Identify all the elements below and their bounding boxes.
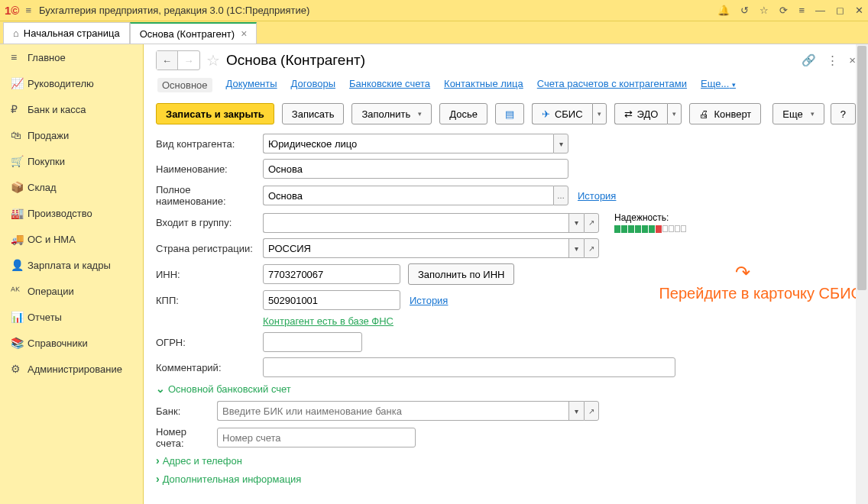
scroll-thumb[interactable]: [857, 46, 866, 290]
help-button[interactable]: ?: [831, 103, 856, 124]
kpp-label: КПП:: [156, 295, 263, 306]
maximize-icon[interactable]: ◻: [836, 5, 844, 16]
truck-icon: 🚚: [11, 233, 28, 245]
sidebar-item-sales[interactable]: 🛍Продажи: [0, 122, 143, 148]
ogrn-input[interactable]: [263, 332, 362, 352]
inn-input[interactable]: [263, 264, 400, 284]
sbis-dropdown[interactable]: ▾: [592, 103, 607, 124]
sidebar-item-operations[interactable]: ᴬᴷОперации: [0, 278, 143, 304]
bank-open[interactable]: ↗: [584, 401, 599, 421]
country-dropdown[interactable]: ▾: [568, 238, 584, 258]
fullname-input[interactable]: [263, 186, 553, 205]
accnum-input[interactable]: [217, 428, 416, 447]
edo-dropdown[interactable]: ▾: [667, 103, 682, 124]
favorite-star-icon[interactable]: ☆: [206, 51, 220, 69]
sidebar-item-manager[interactable]: 📈Руководителю: [0, 70, 143, 96]
country-label: Страна регистрации:: [156, 243, 263, 254]
refresh-icon[interactable]: ⟳: [779, 5, 788, 16]
sidebar-item-stock[interactable]: 📦Склад: [0, 174, 143, 200]
sidebar-item-directories[interactable]: 📚Справочники: [0, 330, 143, 356]
bank-input[interactable]: [217, 401, 568, 421]
kpp-input[interactable]: [263, 290, 400, 310]
section-more[interactable]: Еще... ▾: [701, 78, 736, 92]
report-icon: 📊: [11, 311, 28, 323]
tab-close-icon[interactable]: ×: [241, 27, 247, 40]
section-main[interactable]: Основное: [157, 78, 212, 92]
country-open[interactable]: ↗: [584, 238, 599, 258]
forward-button[interactable]: →: [178, 51, 199, 69]
fns-link[interactable]: Контрагент есть в базе ФНС: [263, 315, 394, 327]
comment-input[interactable]: [263, 357, 675, 377]
sidebar-item-admin[interactable]: ⚙Администрирование: [0, 356, 143, 382]
dossier-button[interactable]: Досье: [439, 103, 487, 124]
group-dropdown[interactable]: ▾: [568, 213, 584, 233]
expand-address[interactable]: Адрес и телефон: [156, 454, 856, 467]
bell-icon[interactable]: 🔔: [717, 5, 730, 16]
section-accounts[interactable]: Счета расчетов с контрагентами: [537, 78, 687, 92]
toolbar: Записать и закрыть Записать Заполнить До…: [156, 103, 856, 124]
country-input[interactable]: [263, 238, 568, 258]
sidebar-item-assets[interactable]: 🚚ОС и НМА: [0, 226, 143, 252]
factory-icon: 🏭: [11, 207, 28, 219]
reliability-block: Надежность:: [614, 212, 686, 233]
vertical-scrollbar[interactable]: [856, 44, 868, 504]
history-icon[interactable]: ↺: [740, 5, 749, 16]
save-close-button[interactable]: Записать и закрыть: [156, 103, 274, 124]
group-open[interactable]: ↗: [584, 213, 599, 233]
expand-bank-section[interactable]: Основной банковский счет: [156, 383, 856, 395]
star-icon[interactable]: ☆: [760, 5, 769, 16]
history-link[interactable]: История: [578, 190, 616, 202]
more-button[interactable]: Еще: [772, 103, 824, 124]
app-title: Бухгалтерия предприятия, редакция 3.0 (1…: [39, 5, 717, 16]
section-contacts[interactable]: Контактные лица: [444, 78, 523, 92]
tab-home-label: Начальная страница: [24, 27, 120, 39]
fullname-ellipsis[interactable]: …: [553, 186, 568, 205]
type-dropdown[interactable]: ▾: [553, 134, 568, 153]
tab-active[interactable]: Основа (Контрагент) ×: [130, 22, 257, 44]
close-window-icon[interactable]: ✕: [855, 5, 863, 16]
sbis-button[interactable]: ✈СБИС: [532, 103, 592, 124]
nav-buttons: ← →: [156, 50, 200, 70]
section-contracts[interactable]: Договоры: [291, 78, 335, 92]
name-label: Наименование:: [156, 163, 263, 175]
tab-home[interactable]: ⌂ Начальная страница: [3, 22, 130, 44]
titlebar-actions: 🔔 ↺ ☆ ⟳ ≡ — ◻ ✕: [717, 5, 863, 16]
sidebar-item-bank[interactable]: ₽Банк и касса: [0, 96, 143, 122]
save-button[interactable]: Записать: [282, 103, 345, 124]
expand-additional[interactable]: Дополнительная информация: [156, 473, 856, 485]
sidebar-item-purchases[interactable]: 🛒Покупки: [0, 148, 143, 174]
name-input[interactable]: [263, 159, 568, 179]
konvert-button[interactable]: 🖨Конверт: [689, 103, 761, 124]
type-input[interactable]: [263, 134, 553, 153]
fill-by-inn-button[interactable]: Заполнить по ИНН: [408, 263, 514, 285]
fill-button[interactable]: Заполнить: [351, 103, 432, 124]
settings-icon[interactable]: ≡: [798, 5, 805, 16]
kebab-icon[interactable]: ⋮: [827, 53, 838, 67]
box-icon: 📦: [11, 181, 28, 193]
inn-label: ИНН:: [156, 269, 263, 280]
section-docs[interactable]: Документы: [226, 78, 277, 92]
tabbar: ⌂ Начальная страница Основа (Контрагент)…: [0, 21, 868, 44]
reliability-bars[interactable]: [614, 225, 686, 233]
sidebar-item-production[interactable]: 🏭Производство: [0, 200, 143, 226]
page-title: Основа (Контрагент): [226, 52, 365, 69]
close-panel-icon[interactable]: ×: [849, 53, 856, 67]
edo-button[interactable]: ⇄ЭДО: [614, 103, 668, 124]
ogrn-label: ОГРН:: [156, 337, 263, 348]
main-icon: ≡: [11, 51, 28, 63]
comment-label: Комментарий:: [156, 362, 263, 373]
sidebar-item-salary[interactable]: 👤Зарплата и кадры: [0, 252, 143, 278]
group-input[interactable]: [263, 213, 568, 233]
minimize-icon[interactable]: —: [815, 5, 825, 16]
person-icon: 👤: [11, 259, 28, 271]
section-bank[interactable]: Банковские счета: [349, 78, 430, 92]
chart-icon: 📈: [11, 77, 28, 89]
sidebar-item-main[interactable]: ≡Главное: [0, 44, 143, 70]
list-button[interactable]: ▤: [495, 103, 524, 124]
sidebar-item-reports[interactable]: 📊Отчеты: [0, 304, 143, 330]
back-button[interactable]: ←: [157, 51, 178, 69]
bank-dropdown[interactable]: ▾: [568, 401, 584, 421]
kpp-history-link[interactable]: История: [410, 295, 448, 306]
menu-icon[interactable]: ≡: [25, 5, 31, 16]
link-icon[interactable]: 🔗: [802, 53, 816, 67]
